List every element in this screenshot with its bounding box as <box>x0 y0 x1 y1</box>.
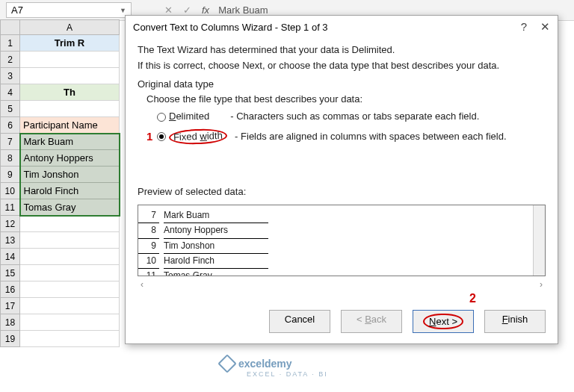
text-to-columns-dialog: Convert Text to Columns Wizard - Step 1 … <box>125 15 558 344</box>
cell-a8[interactable]: Antony Hoppers <box>20 150 120 167</box>
annotation-1: 1 <box>146 126 152 148</box>
radio-unchecked-icon <box>157 113 166 122</box>
cell-a5[interactable] <box>20 101 120 117</box>
name-box-dropdown-icon[interactable]: ▼ <box>120 7 126 14</box>
row-header[interactable]: 10 <box>1 183 20 199</box>
delimited-option[interactable]: Delimited - Characters such as commas or… <box>157 108 546 126</box>
annotation-2: 2 <box>469 292 476 305</box>
scroll-right-icon[interactable]: › <box>540 278 543 292</box>
fx-icon[interactable]: fx <box>199 4 212 16</box>
cell-a1[interactable]: Trim R <box>20 35 120 52</box>
preview-vertical-scrollbar[interactable] <box>533 205 545 276</box>
close-icon[interactable]: ✕ <box>540 20 550 34</box>
radio-checked-icon <box>157 132 166 141</box>
row-header[interactable]: 14 <box>1 249 20 265</box>
cell-a14[interactable] <box>20 249 120 265</box>
row-header[interactable]: 5 <box>1 101 20 117</box>
watermark: exceldemy <box>220 357 292 370</box>
enter-formula-icon[interactable]: ✓ <box>180 4 194 16</box>
choose-file-type-label: Choose the file type that best describes… <box>146 92 546 108</box>
row-header[interactable]: 18 <box>1 314 20 331</box>
row-header[interactable]: 2 <box>1 52 20 68</box>
row-header[interactable]: 3 <box>1 68 20 84</box>
fixed-width-desc: - Fields are aligned in columns with spa… <box>235 128 506 146</box>
cell-a16[interactable] <box>20 281 120 298</box>
intro-text-1: The Text Wizard has determined that your… <box>138 43 546 58</box>
dialog-titlebar[interactable]: Convert Text to Columns Wizard - Step 1 … <box>126 16 558 38</box>
spreadsheet-grid[interactable]: A 1Trim R 2 3 4Th 5 6Participant Name 7M… <box>0 19 120 347</box>
cell-a12[interactable] <box>20 216 120 232</box>
cell-a11[interactable]: Tomas Gray <box>20 199 120 216</box>
help-icon[interactable]: ? <box>521 20 527 34</box>
name-box[interactable]: A7 ▼ <box>6 2 132 18</box>
cell-a3[interactable] <box>20 68 120 84</box>
next-button[interactable]: Next > <box>413 310 474 333</box>
cell-a13[interactable] <box>20 232 120 249</box>
preview-row: 10Harold Finch <box>138 254 545 269</box>
dialog-title: Convert Text to Columns Wizard - Step 1 … <box>133 22 328 33</box>
row-header[interactable]: 8 <box>1 150 20 167</box>
row-header[interactable]: 19 <box>1 331 20 347</box>
cell-a10[interactable]: Harold Finch <box>20 183 120 199</box>
fixed-width-highlight: Fixed width <box>169 128 227 145</box>
preview-label: Preview of selected data: <box>138 184 546 200</box>
preview-box: 7Mark Buam8Antony Hoppers9Tim Jonshon10H… <box>138 205 546 276</box>
formula-buttons: ✕ ✓ fx <box>161 4 212 16</box>
cancel-formula-icon[interactable]: ✕ <box>161 4 176 16</box>
watermark-sub: EXCEL · DATA · BI <box>247 370 328 378</box>
watermark-text: exceldemy <box>238 358 292 370</box>
scroll-left-icon[interactable]: ‹ <box>141 278 144 292</box>
finish-button[interactable]: Finish <box>484 310 546 333</box>
cell-a4[interactable]: Th <box>20 84 120 101</box>
preview-row: 11Tomas Gray <box>138 269 545 276</box>
row-header[interactable]: 15 <box>1 265 20 281</box>
cell-a17[interactable] <box>20 298 120 314</box>
row-header[interactable]: 7 <box>1 134 20 150</box>
fixed-width-option[interactable]: 1 Fixed width - Fields are aligned in co… <box>146 126 546 148</box>
cell-a7[interactable]: Mark Buam <box>20 134 120 150</box>
dialog-button-row: 2 Cancel < Back Next > Finish <box>126 292 558 343</box>
row-header[interactable]: 13 <box>1 232 20 249</box>
corner-cell[interactable] <box>1 20 20 35</box>
col-header-a[interactable]: A <box>20 20 120 35</box>
delimited-desc: - Characters such as commas or tabs sepa… <box>230 108 479 126</box>
preview-row: 7Mark Buam <box>138 208 545 223</box>
cell-a19[interactable] <box>20 331 120 347</box>
preview-horizontal-scrollbar[interactable]: ‹› <box>138 278 546 292</box>
cell-a6[interactable]: Participant Name <box>20 117 120 134</box>
back-button: < Back <box>341 310 402 333</box>
watermark-icon <box>217 354 236 373</box>
cancel-button[interactable]: Cancel <box>269 310 330 333</box>
cell-a2[interactable] <box>20 52 120 68</box>
row-header[interactable]: 1 <box>1 35 20 52</box>
row-header[interactable]: 4 <box>1 84 20 101</box>
formula-bar-value[interactable]: Mark Buam <box>218 4 268 16</box>
intro-text-2: If this is correct, choose Next, or choo… <box>138 58 546 74</box>
preview-row: 9Tim Jonshon <box>138 239 545 254</box>
row-header[interactable]: 11 <box>1 199 20 216</box>
cell-a15[interactable] <box>20 265 120 281</box>
row-header[interactable]: 12 <box>1 216 20 232</box>
dialog-body: The Text Wizard has determined that your… <box>126 38 558 292</box>
cell-a9[interactable]: Tim Jonshon <box>20 167 120 183</box>
row-header[interactable]: 16 <box>1 281 20 298</box>
name-box-value: A7 <box>11 4 23 16</box>
original-data-type-label: Original data type <box>138 77 546 93</box>
row-header[interactable]: 6 <box>1 117 20 134</box>
row-header[interactable]: 17 <box>1 298 20 314</box>
cell-a18[interactable] <box>20 314 120 331</box>
row-header[interactable]: 9 <box>1 167 20 183</box>
preview-row: 8Antony Hoppers <box>138 223 545 238</box>
